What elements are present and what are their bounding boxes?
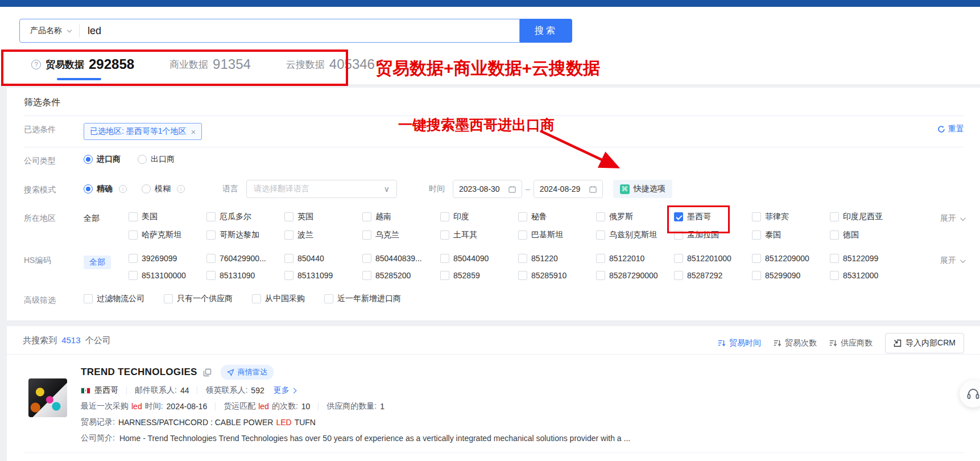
region-checkbox[interactable]: 乌兹别克斯坦	[596, 230, 674, 240]
region-expand-button[interactable]: 展开	[940, 213, 964, 224]
hs-checkbox[interactable]: 85131099	[284, 271, 362, 280]
import-icon	[894, 339, 902, 347]
hs-checkbox[interactable]: 85312000	[830, 271, 908, 280]
tab-business-data[interactable]: 商业数据 91354	[169, 56, 251, 72]
hs-checkbox[interactable]: 85299090	[752, 271, 830, 280]
region-checkbox[interactable]: 印度尼西亚	[830, 212, 908, 222]
hs-checkbox[interactable]: 8512201000	[674, 254, 752, 263]
hs-checkbox[interactable]: 85285200	[362, 271, 440, 280]
question-circle-icon[interactable]: ?	[31, 60, 41, 69]
region-checkbox[interactable]: 乌克兰	[362, 230, 440, 240]
chevron-right-icon	[291, 388, 296, 393]
trade-record-text: HARNESS/PATCHCORD : CABLE POWER	[118, 418, 274, 427]
hs-checkbox[interactable]: 8513100000	[129, 271, 206, 280]
region-checkbox[interactable]: 巴基斯坦	[518, 230, 596, 240]
radio-fuzzy[interactable]: 模糊 i	[142, 184, 185, 194]
company-result-card[interactable]: TREND TECHNOLOGIES 商情雷达	[7, 355, 980, 449]
business-radar-badge[interactable]: 商情雷达	[221, 365, 274, 380]
checkbox-label: 850440839...	[375, 254, 422, 263]
region-checkbox[interactable]: 秘鲁	[518, 212, 596, 222]
hs-checkbox[interactable]: 760429900...	[206, 254, 284, 263]
sort-supplier-count[interactable]: 供应商数	[829, 338, 873, 348]
more-link[interactable]: 更多	[274, 385, 296, 396]
sort-trade-time[interactable]: 贸易时间	[718, 338, 761, 348]
checkbox-icon	[284, 271, 293, 280]
purchase-label-suffix: 时间:	[145, 401, 163, 411]
hs-checkbox[interactable]: 851220	[518, 254, 596, 263]
hs-checkbox[interactable]: 850440839...	[362, 254, 440, 263]
tab-trade-data[interactable]: ? 贸易数据 292858	[31, 56, 134, 72]
advanced-checkbox-logistics[interactable]: 过滤物流公司	[84, 294, 144, 304]
date-from-input[interactable]: 2023-08-30	[453, 180, 522, 198]
radio-exporter[interactable]: 出口商	[138, 154, 175, 164]
checkbox-icon	[206, 212, 216, 221]
hs-checkbox[interactable]: 852859	[440, 271, 518, 280]
hs-checkbox[interactable]: 85122010	[596, 254, 674, 263]
keyword-highlight: led	[131, 402, 142, 411]
region-checkbox[interactable]: 孟加拉国	[674, 230, 752, 240]
tab-cloud-search-data[interactable]: 云搜数据 405346	[286, 56, 375, 72]
region-checkbox[interactable]: 英国	[284, 212, 362, 222]
checkbox-icon	[518, 254, 527, 263]
region-checkbox[interactable]: 哥斯达黎加	[206, 230, 284, 240]
region-checkbox[interactable]: 越南	[362, 212, 440, 222]
search-category-dropdown[interactable]: 产品名称	[20, 26, 79, 36]
checkbox-label: 852859	[453, 271, 480, 280]
hs-checkbox[interactable]: 85285910	[518, 271, 596, 280]
region-checkbox[interactable]: 德国	[830, 230, 908, 240]
checkbox-label: 85044090	[453, 254, 489, 263]
filter-panel-title: 筛选条件	[7, 96, 980, 116]
region-checkbox[interactable]: 美国	[129, 212, 206, 222]
summary-count: 4513	[61, 335, 80, 345]
checkbox-label: 越南	[375, 212, 391, 222]
region-checkbox[interactable]: 哈萨克斯坦	[129, 230, 206, 240]
sort-trade-count[interactable]: 贸易次数	[774, 338, 817, 348]
reset-button[interactable]: 重置	[937, 124, 964, 134]
hs-checkbox[interactable]: 85287292	[674, 271, 752, 280]
region-checkbox[interactable]: 印度	[440, 212, 518, 222]
region-checkbox[interactable]: 泰国	[752, 230, 830, 240]
hs-checkbox[interactable]: 850440	[284, 254, 362, 263]
language-select[interactable]: 请选择翻译语言 ∨	[246, 180, 397, 198]
radio-importer[interactable]: 进口商	[84, 154, 121, 164]
checkbox-icon	[674, 271, 683, 280]
search-button[interactable]: 搜索	[520, 19, 572, 43]
region-checkbox[interactable]: 俄罗斯	[596, 212, 674, 222]
advanced-checkbox-from-china[interactable]: 从中国采购	[252, 294, 305, 304]
checkbox-label: 土耳其	[453, 230, 477, 240]
region-all-option[interactable]: 全部	[84, 213, 100, 223]
quick-options-button[interactable]: ⌘ 快捷选项	[613, 180, 672, 198]
hs-checkbox[interactable]: 85044090	[440, 254, 518, 263]
import-crm-button[interactable]: 导入内部CRM	[885, 333, 964, 353]
region-checkbox[interactable]: 厄瓜多尔	[206, 212, 284, 222]
selected-region-tag[interactable]: 已选地区: 墨西哥等1个地区 ×	[84, 123, 202, 140]
keyword-highlight: LED	[276, 418, 291, 427]
radio-exact[interactable]: 精确 i	[84, 184, 127, 194]
search-input[interactable]	[80, 25, 519, 37]
copy-icon[interactable]	[203, 368, 212, 377]
info-icon[interactable]: i	[119, 185, 127, 193]
advanced-checkbox-single-supplier[interactable]: 只有一个供应商	[164, 294, 233, 304]
region-checkbox[interactable]: 土耳其	[440, 230, 518, 240]
date-to-input[interactable]: 2024-08-29	[534, 180, 603, 198]
checkbox-label: 只有一个供应商	[177, 294, 233, 304]
region-checkbox[interactable]: 波兰	[284, 230, 362, 240]
region-checkbox[interactable]: 菲律宾	[752, 212, 830, 222]
hs-checkbox[interactable]: 85131090	[206, 271, 284, 280]
hs-checkbox[interactable]: 85122099	[830, 254, 908, 263]
tag-close-icon[interactable]: ×	[191, 127, 196, 137]
hs-checkbox[interactable]: 39269099	[129, 254, 206, 263]
checkbox-icon	[206, 254, 216, 263]
hs-checkbox[interactable]: 8512209000	[752, 254, 830, 263]
advanced-checkbox-new-importer[interactable]: 近一年新增进口商	[324, 294, 401, 304]
company-name[interactable]: TREND TECHNOLOGIES	[81, 367, 197, 378]
region-checkbox-mexico[interactable]: 墨西哥	[674, 212, 752, 222]
hs-checkbox[interactable]: 85287290000	[596, 271, 674, 280]
hs-expand-button[interactable]: 展开	[940, 256, 964, 266]
results-panel: 共搜索到 4513 个公司 贸易时间	[7, 326, 980, 461]
radio-label: 进口商	[97, 154, 121, 164]
info-icon[interactable]: i	[177, 185, 185, 193]
hs-all-option[interactable]: 全部	[84, 256, 111, 269]
checkbox-label: 85122010	[609, 254, 644, 263]
checkbox-label: 德国	[843, 230, 859, 240]
